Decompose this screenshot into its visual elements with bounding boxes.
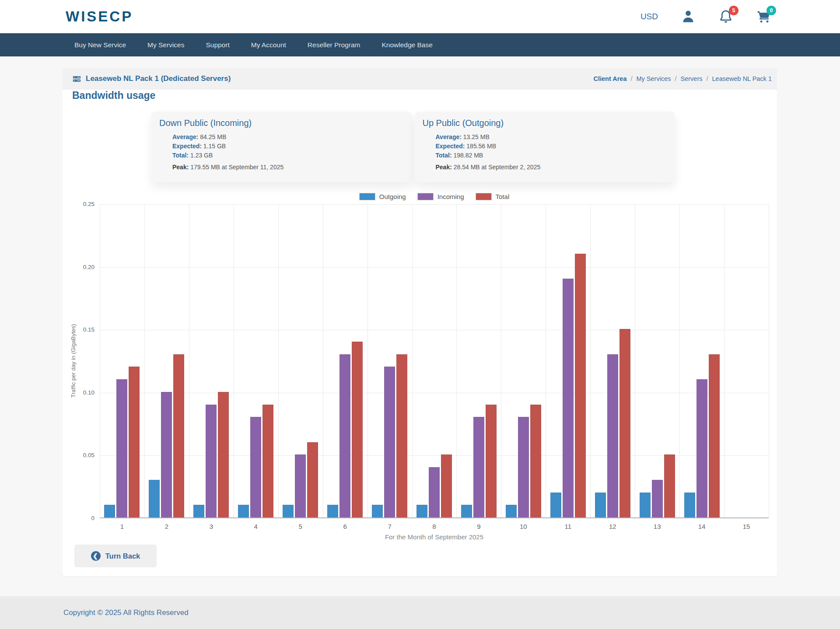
incoming-total-row: Total: 1.23 GB <box>172 152 404 159</box>
y-tick-label: 0.20 <box>68 264 94 270</box>
bar-total-day-7 <box>396 354 407 517</box>
x-tick-label: 7 <box>374 523 405 530</box>
grid-line-x <box>412 204 413 517</box>
bar-incoming-day-6 <box>340 354 350 517</box>
x-tick-label: 14 <box>686 523 717 530</box>
bar-outgoing-day-6 <box>327 505 338 517</box>
breadcrumb-servers[interactable]: Servers <box>681 75 703 82</box>
notification-badge: 5 <box>729 6 738 15</box>
legend-label-total: Total <box>496 193 510 200</box>
breadcrumb-current-service[interactable]: Leaseweb NL Pack 1 <box>712 75 772 82</box>
x-tick-label: 1 <box>107 523 137 530</box>
x-tick-label: 9 <box>463 523 494 530</box>
content-card: Leaseweb NL Pack 1 (Dedicated Servers) C… <box>63 68 777 576</box>
user-account-icon[interactable] <box>681 9 696 24</box>
grid-line-x <box>679 204 680 517</box>
grid-line-x <box>278 204 279 517</box>
nav-item-buy-new-service[interactable]: Buy New Service <box>74 41 126 49</box>
breadcrumb-my-services[interactable]: My Services <box>637 75 671 82</box>
header-actions: USD 5 0 <box>640 0 771 33</box>
notifications-bell-icon[interactable]: 5 <box>718 9 733 24</box>
bar-incoming-day-4 <box>250 417 261 517</box>
grid-line-x <box>234 204 234 517</box>
bar-total-day-5 <box>307 442 318 517</box>
page-title: Bandwidth usage <box>72 90 155 101</box>
y-tick-label: 0.15 <box>68 326 94 333</box>
grid-line-y <box>100 267 769 268</box>
bar-total-day-12 <box>620 329 630 517</box>
outgoing-total-row: Total: 198.82 MB <box>436 152 668 159</box>
y-tick-label: 0.25 <box>68 201 94 207</box>
breadcrumb-client-area[interactable]: Client Area <box>593 75 626 82</box>
bar-total-day-3 <box>218 392 229 517</box>
grid-line-x <box>635 204 635 517</box>
bar-incoming-day-1 <box>116 379 127 517</box>
bar-incoming-day-8 <box>429 467 440 517</box>
y-axis-title: Traffic per day in (GigaBytes) <box>69 204 77 517</box>
bar-total-day-13 <box>664 454 675 517</box>
bar-incoming-day-9 <box>473 417 484 517</box>
bar-outgoing-day-8 <box>416 505 427 517</box>
nav-item-knowledge-base[interactable]: Knowledge Base <box>382 41 432 49</box>
cart-badge: 0 <box>766 6 776 15</box>
x-tick-label: 4 <box>241 523 271 530</box>
wisecp-logo[interactable]: WISECP <box>66 8 133 25</box>
bar-incoming-day-11 <box>563 279 574 517</box>
breadcrumb-separator: / <box>675 75 676 82</box>
grid-line-x <box>100 204 100 517</box>
nav-item-my-services[interactable]: My Services <box>147 41 184 49</box>
y-tick-label: 0.10 <box>68 389 94 396</box>
nav-item-support[interactable]: Support <box>206 41 229 49</box>
grid-line-x <box>323 204 323 517</box>
turn-back-button[interactable]: ❮ Turn Back <box>74 545 157 567</box>
bar-incoming-day-12 <box>607 354 618 517</box>
grid-line-x <box>724 204 724 517</box>
grid-line-y <box>100 204 769 205</box>
bar-outgoing-day-3 <box>193 505 204 517</box>
bar-incoming-day-5 <box>295 454 306 517</box>
grid-line-x <box>456 204 457 517</box>
bar-outgoing-day-2 <box>149 480 160 517</box>
bar-total-day-6 <box>352 342 363 517</box>
grid-line-x <box>769 204 769 517</box>
grid-line-x <box>368 204 368 517</box>
grid-line-x <box>501 204 501 517</box>
bar-total-day-9 <box>486 405 497 517</box>
bar-total-day-14 <box>709 354 720 517</box>
top-header: WISECP USD 5 0 <box>0 0 840 33</box>
cart-icon[interactable]: 0 <box>756 9 771 24</box>
x-tick-label: 6 <box>330 523 360 530</box>
currency-selector[interactable]: USD <box>640 12 658 21</box>
legend-item-incoming: Incoming <box>417 193 464 200</box>
bandwidth-summary-cards: Down Public (Incoming) Average: 84.25 MB… <box>151 112 675 182</box>
y-tick-label: 0.05 <box>68 452 94 458</box>
bar-total-day-4 <box>262 405 273 517</box>
breadcrumb: Client Area / My Services / Servers / Le… <box>593 75 772 82</box>
legend-item-outgoing: Outgoing <box>359 193 406 200</box>
bar-outgoing-day-4 <box>238 505 249 517</box>
chart-legend: Outgoing Incoming Total <box>100 193 769 200</box>
grid-line-x <box>189 204 189 517</box>
bar-incoming-day-2 <box>161 392 172 517</box>
outgoing-card-title: Up Public (Outgoing) <box>423 118 668 128</box>
x-tick-label: 12 <box>597 523 628 530</box>
x-tick-label: 11 <box>553 523 583 530</box>
bar-incoming-day-13 <box>652 480 663 517</box>
breadcrumb-separator: / <box>630 75 632 82</box>
x-tick-label: 2 <box>151 523 182 530</box>
bar-outgoing-day-11 <box>550 493 561 517</box>
bar-total-day-8 <box>441 454 452 517</box>
outgoing-average-row: Average: 13.25 MB <box>436 134 668 140</box>
legend-label-incoming: Incoming <box>438 193 464 200</box>
x-tick-label: 8 <box>419 523 450 530</box>
nav-item-reseller-program[interactable]: Reseller Program <box>308 41 360 49</box>
bar-incoming-day-7 <box>384 367 395 517</box>
breadcrumb-separator: / <box>706 75 708 82</box>
turn-back-label: Turn Back <box>105 552 140 560</box>
x-tick-label: 13 <box>642 523 672 530</box>
incoming-stats-card: Down Public (Incoming) Average: 84.25 MB… <box>151 112 412 182</box>
nav-item-my-account[interactable]: My Account <box>251 41 286 49</box>
incoming-card-title: Down Public (Incoming) <box>159 118 404 128</box>
bar-outgoing-day-1 <box>104 505 115 517</box>
incoming-peak-row: Peak: 179.55 MB at September 11, 2025 <box>172 164 404 171</box>
